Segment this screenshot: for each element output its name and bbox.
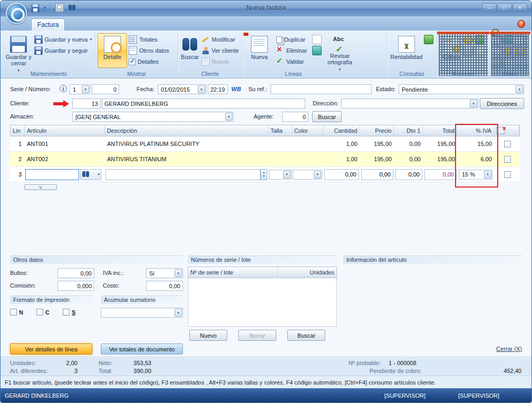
rentabilidad-button[interactable]: Rentabilidad [389,33,424,68]
col-total[interactable]: Total [423,125,457,136]
minimize-button[interactable]: – [482,3,497,12]
talla-select[interactable]: ▾ [269,170,292,180]
group-label-mantenimiento: Mantenimiento [3,71,95,77]
ver-detalles-linea-button[interactable]: Ver detalles de línea [10,343,92,355]
checkbox-checked-icon [129,58,136,65]
comision-field[interactable]: 0,000 [57,281,94,291]
chevron-down-icon: ▾ [225,113,233,121]
fecha-field[interactable]: 01/02/2015▾ [158,84,206,94]
col-iva[interactable]: % IVA [457,125,494,136]
bank-icon[interactable]: WB [230,84,242,94]
detalles-checkbox[interactable]: Detalles [127,57,171,66]
totales-button[interactable]: Totales [127,35,171,44]
app-logo-orb[interactable] [6,3,27,24]
spinner-control[interactable]: ▴▾ [260,169,267,180]
help-icon[interactable] [517,20,525,28]
hora-field[interactable]: 22:19 [208,84,228,94]
estado-select[interactable]: Pendiente▾ [399,84,524,94]
close-button[interactable]: × [512,3,527,12]
table-row-selected[interactable]: 2 ANT002 ANTIVIRUS TITANIUM 1,00 195,00 … [10,152,520,167]
modificar-button[interactable]: Modificar [200,35,240,44]
save-icon[interactable] [30,3,41,13]
graph-icon[interactable] [424,35,433,44]
bultos-field[interactable]: 0,00 [57,268,94,278]
row-delete-checkbox[interactable] [504,141,511,148]
tools-icon[interactable] [312,46,322,55]
validar-button[interactable]: Validar [274,57,309,66]
series-lote-header: Números de serie / lote [188,255,337,264]
table-row[interactable]: 1 ANT001 ANTIVIRUS PLATINUM SECURITY 1,0… [10,136,520,152]
probable-label: Nº probable: [349,360,381,366]
maximize-button[interactable]: □ [497,3,512,12]
ver-totales-documento-button[interactable]: Ver totales de documento [101,343,183,355]
col-articulo[interactable]: Artículo [25,125,105,136]
otros-datos-button[interactable]: Otros datos [127,46,171,55]
formato-c-checkbox[interactable] [36,309,43,316]
guardar-y-seguir-button[interactable]: Guardar y seguir [33,46,93,55]
ver-cliente-button[interactable]: Ver cliente [200,46,240,55]
tab-factura[interactable]: Factura [31,18,65,31]
serie-nuevo-button[interactable]: Nuevo [189,330,227,341]
almacen-select[interactable]: [GEN] GENERAL▾ [72,112,234,122]
iva-inc-select[interactable]: Si▾ [146,268,183,278]
color-select[interactable]: ▾ [293,170,322,180]
detalle-button[interactable]: Detalle [98,33,127,68]
revisar-ortografia-button[interactable]: Revisar ortografía ▾ [324,33,356,73]
calculator-icon[interactable] [463,47,473,56]
col-cantidad[interactable]: Cantidad [323,125,360,136]
col-descripcion[interactable]: Descripción [105,125,268,136]
serie-borrar-button[interactable]: Borrar [238,330,276,341]
buscar-cliente-button[interactable]: Buscar [180,33,200,68]
agente-field[interactable]: 0 [282,112,308,122]
iva-select[interactable]: 15 %▾ [459,170,492,180]
nueva-linea-button[interactable]: Nueva [245,33,274,68]
guardar-y-nueva-button[interactable]: Guardar y nueva ▾ [33,35,93,44]
totals-icon [129,35,137,44]
info-icon[interactable]: i [60,85,67,92]
direccion-select[interactable]: ▾ [341,99,478,109]
cliente-nombre-field[interactable]: GERARD DINKELBERG [102,99,305,109]
duplicar-button[interactable]: Duplicar [274,35,309,44]
su-ref-field[interactable] [270,84,372,94]
agente-buscar-button[interactable]: Buscar [312,111,342,122]
precio-input[interactable]: 0,00 [361,169,393,180]
group-label-acciones: Acciones [437,71,489,77]
qat-dropdown-icon[interactable]: ▾ [42,3,47,13]
calculator-icon[interactable] [492,58,501,68]
col-color[interactable]: Color [292,125,323,136]
direcciones-button[interactable]: Direcciones [480,98,524,109]
cliente-codigo-field[interactable]: 13 [72,99,101,109]
search-quick-icon[interactable] [66,3,77,13]
collapse-grid-button[interactable]: V [24,184,57,190]
serie-buscar-button[interactable]: Buscar [287,330,325,341]
guardar-y-cerrar-button[interactable]: Guardar y cerrar ▾ [5,33,33,74]
eliminar-button[interactable]: Eliminar [274,46,309,55]
numero-field[interactable]: 0 [92,84,119,94]
acumular-select[interactable]: ▾ [101,308,183,318]
col-unidades[interactable]: Unidades [278,267,336,278]
row-delete-checkbox[interactable] [504,171,511,178]
series-lote-table-body[interactable] [188,278,337,327]
col-lin[interactable]: Lin [11,125,25,136]
dto-input[interactable]: 0,00 [395,169,422,180]
chevron-down-icon: ▾ [82,85,89,93]
formato-n-checkbox[interactable] [10,309,17,316]
articulo-input[interactable] [25,169,79,180]
costo-field[interactable]: 0,00 [146,281,183,291]
flag-icon[interactable] [312,35,322,44]
cantidad-input[interactable]: 0,00 [324,169,359,180]
articulo-search-button[interactable]: ▾ [80,169,101,180]
col-precio[interactable]: Precio [360,125,394,136]
chevron-down-icon: ▾ [90,37,92,42]
print-preview-icon[interactable] [54,3,65,13]
nuevo-cliente-button[interactable]: Nuevo [200,57,240,66]
descripcion-input[interactable] [105,169,260,180]
col-serie-lote[interactable]: Nº de serie / lote [188,267,278,278]
col-talla[interactable]: Talla [268,125,292,136]
serie-select[interactable]: 1▾ [70,84,90,94]
row-delete-checkbox[interactable] [504,156,511,163]
formato-s-checkbox[interactable] [63,309,70,316]
col-delete[interactable] [494,125,519,136]
col-dto1[interactable]: Dto 1 [394,125,423,136]
cerrar-link[interactable]: Cerrar (X) [496,346,522,352]
